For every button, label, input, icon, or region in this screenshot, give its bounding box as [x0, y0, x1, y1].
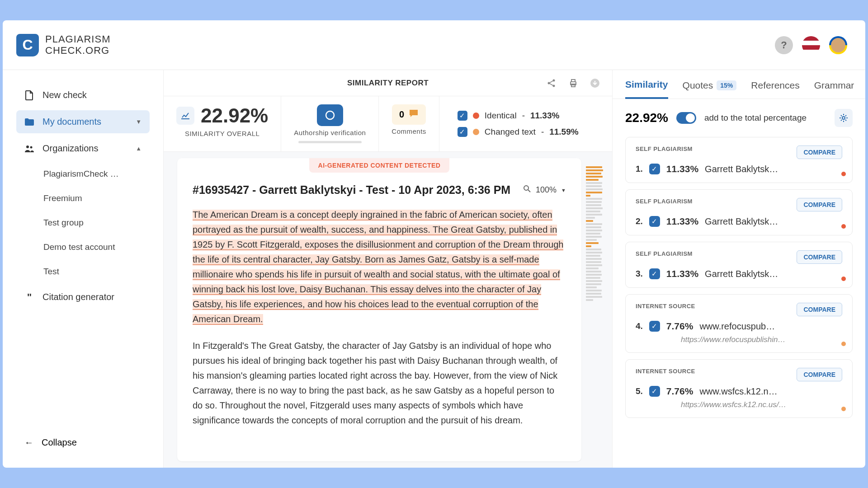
legend-changed[interactable]: ✓ Changed text - 11.59% [458, 127, 579, 137]
sidebar-new-check[interactable]: New check [16, 84, 150, 107]
sidebar-citation-generator[interactable]: " Citation generator [16, 286, 150, 309]
sidebar-org-item[interactable]: PlagiarismCheck … [16, 164, 150, 184]
chevron-up-icon: ▲ [136, 145, 142, 152]
tab-quotes[interactable]: Quotes15% [683, 79, 737, 99]
source-name: Garrett Baklytsk… [705, 269, 842, 279]
stat-comments[interactable]: 0 Comments [379, 96, 439, 151]
checkbox-checked-icon[interactable]: ✓ [649, 386, 660, 397]
logo[interactable]: PLAGIARISM CHECK.ORG [16, 34, 110, 56]
results-summary: 22.92% add to the total percentage [613, 99, 865, 137]
source-percentage: 7.76% [666, 386, 693, 397]
source-tag: SELF PLAGIARISM [636, 250, 693, 257]
stat-label: SIMILARITY OVERALL [185, 130, 259, 137]
checkbox-checked-icon[interactable]: ✓ [649, 321, 660, 332]
sidebar-org-item[interactable]: Test group [16, 212, 150, 233]
svg-point-9 [326, 111, 334, 119]
avatar[interactable] [829, 36, 847, 54]
compare-button[interactable]: COMPARE [797, 250, 842, 264]
source-tag: SELF PLAGIARISM [636, 198, 693, 205]
chart-icon [176, 107, 194, 125]
source-name: www.refocuspub… [699, 321, 842, 332]
document-paragraph: In Fitzgerald's The Great Gatsby, the ch… [193, 338, 566, 428]
svg-point-4 [553, 84, 555, 87]
document-body: The American Dream is a concept deeply i… [177, 207, 581, 453]
help-icon[interactable]: ? [775, 36, 793, 54]
zoom-control[interactable]: 100% ▼ [523, 185, 566, 195]
document-title: #16935427 - Garrett Baklytskyi - Test - … [193, 183, 510, 197]
gear-icon[interactable] [835, 109, 853, 127]
red-dot-icon [841, 172, 846, 176]
stat-similarity-overall: 22.92% SIMILARITY OVERALL [164, 96, 281, 151]
zoom-value: 100% [536, 185, 557, 195]
overall-percentage: 22.92% [201, 104, 268, 127]
chevron-down-icon: ▼ [136, 118, 142, 125]
tab-grammar[interactable]: Grammar [814, 79, 854, 99]
source-card[interactable]: SELF PLAGIARISM COMPARE 1. ✓ 11.33% Garr… [625, 137, 853, 183]
source-card[interactable]: INTERNET SOURCE COMPARE 5. ✓ 7.76% www.w… [625, 359, 853, 418]
download-icon[interactable] [589, 77, 601, 89]
checkbox-checked-icon[interactable]: ✓ [649, 164, 660, 174]
sidebar-org-item[interactable]: Freemium [16, 188, 150, 209]
svg-point-2 [548, 82, 550, 84]
checkbox-checked-icon[interactable]: ✓ [649, 216, 660, 227]
print-icon[interactable] [567, 77, 579, 89]
source-card[interactable]: INTERNET SOURCE COMPARE 4. ✓ 7.76% www.r… [625, 294, 853, 353]
svg-point-10 [524, 186, 528, 190]
compare-button[interactable]: COMPARE [797, 303, 842, 316]
chevron-down-icon: ▼ [561, 188, 566, 193]
collapse-button[interactable]: ← Collapse [16, 431, 150, 454]
orange-dot-icon [841, 342, 846, 346]
folder-icon [24, 117, 34, 127]
sidebar-organizations[interactable]: Organizations ▲ [16, 137, 150, 160]
sidebar-item-label: Organizations [42, 143, 98, 154]
compare-button[interactable]: COMPARE [797, 198, 842, 211]
red-dot-icon [473, 113, 479, 119]
minimap[interactable] [586, 158, 604, 461]
app-header: PLAGIARISM CHECK.ORG ? [3, 20, 865, 70]
stats-row: 22.92% SIMILARITY OVERALL Authorship ver… [164, 96, 612, 152]
compare-button[interactable]: COMPARE [797, 368, 842, 381]
people-icon [24, 144, 34, 154]
language-flag-icon[interactable] [802, 36, 820, 54]
tab-similarity[interactable]: Similarity [625, 79, 668, 99]
toggle-switch[interactable] [676, 112, 696, 124]
report-title: SIMILARITY REPORT [347, 79, 429, 88]
sidebar-my-documents[interactable]: My documents ▼ [16, 110, 150, 133]
checkbox-checked-icon[interactable]: ✓ [458, 111, 467, 121]
tab-references[interactable]: References [751, 79, 799, 99]
source-percentage: 11.33% [666, 164, 698, 174]
compare-button[interactable]: COMPARE [797, 145, 842, 159]
source-number: 5. [636, 386, 643, 396]
orange-dot-icon [841, 407, 846, 411]
sidebar: New check My documents ▼ Organizations ▲… [3, 70, 163, 468]
stat-authorship[interactable]: Authorship verification [281, 96, 379, 151]
source-number: 1. [636, 164, 643, 174]
highlighted-text[interactable]: The American Dream is a concept deeply i… [193, 210, 563, 325]
source-percentage: 11.33% [666, 268, 698, 279]
authorship-icon [317, 104, 343, 126]
source-tag: SELF PLAGIARISM [636, 145, 693, 152]
red-dot-icon [841, 277, 846, 281]
logo-icon [16, 34, 39, 56]
source-card[interactable]: SELF PLAGIARISM COMPARE 3. ✓ 11.33% Garr… [625, 242, 853, 288]
checkbox-checked-icon[interactable]: ✓ [649, 268, 660, 279]
red-dot-icon [841, 224, 846, 229]
sidebar-org-item[interactable]: Test [16, 261, 150, 282]
source-card[interactable]: SELF PLAGIARISM COMPARE 2. ✓ 11.33% Garr… [625, 189, 853, 235]
sidebar-org-item[interactable]: Demo test account [16, 237, 150, 258]
arrow-left-icon: ← [24, 437, 33, 448]
document-panel: AI-GENERATED CONTENT DETECTED #16935427 … [177, 158, 581, 461]
source-name: Garrett Baklytsk… [705, 164, 842, 174]
source-tag: INTERNET SOURCE [636, 368, 695, 375]
source-percentage: 7.76% [666, 321, 693, 332]
orange-dot-icon [473, 129, 479, 135]
sidebar-item-label: Citation generator [42, 292, 114, 302]
svg-point-3 [553, 79, 555, 81]
legend-identical[interactable]: ✓ Identical - 11.33% [458, 111, 560, 121]
logo-text: PLAGIARISM CHECK.ORG [45, 34, 110, 56]
share-icon[interactable] [546, 77, 557, 89]
comment-icon [409, 109, 419, 120]
checkbox-checked-icon[interactable]: ✓ [458, 127, 467, 137]
sidebar-item-label: My documents [42, 117, 101, 127]
source-tag: INTERNET SOURCE [636, 303, 695, 310]
